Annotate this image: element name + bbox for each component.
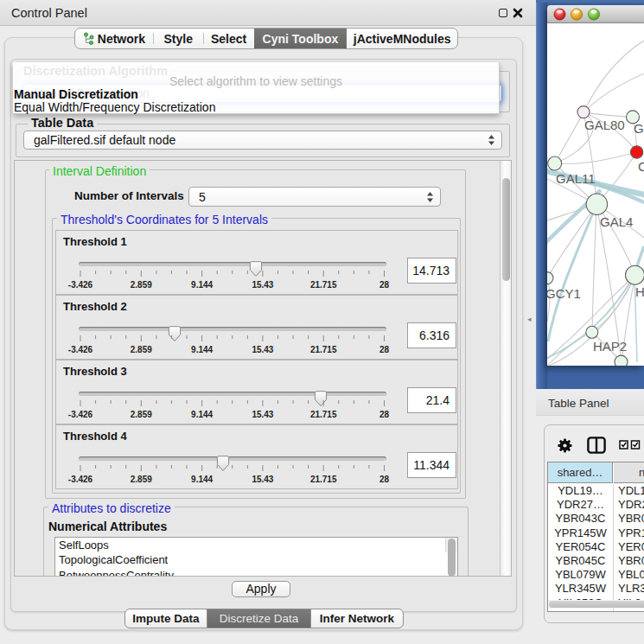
svg-text:GAL11: GAL11	[556, 171, 596, 186]
svg-text:C: C	[638, 159, 644, 174]
svg-text:G.: G.	[634, 121, 644, 136]
svg-text:HAP2: HAP2	[593, 339, 627, 354]
svg-text:H: H	[635, 284, 644, 299]
svg-text:GCY1: GCY1	[547, 286, 581, 301]
svg-text:GAL4: GAL4	[600, 214, 633, 229]
svg-text:GAL80: GAL80	[584, 118, 625, 132]
